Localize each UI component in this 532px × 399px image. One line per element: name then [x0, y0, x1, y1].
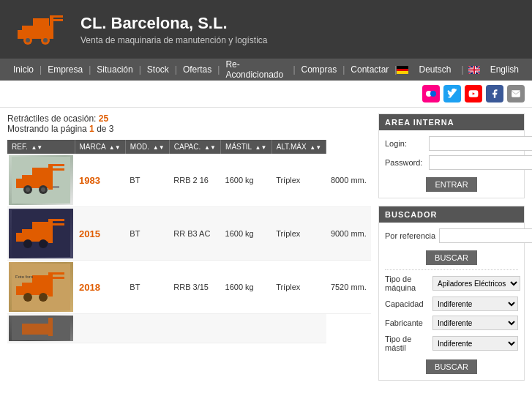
fabricante-row: Fabricante Indiferente	[385, 316, 518, 330]
nav-ofertas[interactable]: Ofertas	[177, 64, 217, 75]
product-mod-1: RRB 2 16	[169, 154, 220, 207]
svg-rect-14	[468, 69, 480, 70]
product-ref-2: 2015	[79, 228, 100, 239]
nav-inicio[interactable]: Inicio	[7, 64, 40, 75]
buscador-divider	[385, 269, 518, 270]
product-ref-cell[interactable]: 1983	[75, 154, 125, 207]
buscar-btn-row-2: BUSCAR	[385, 357, 518, 374]
svg-rect-43	[22, 283, 50, 295]
buscar-button-1[interactable]: BUSCAR	[426, 250, 477, 265]
facebook-icon[interactable]	[486, 85, 503, 102]
buscador-header: BUSCADOR	[379, 206, 524, 223]
youtube-icon[interactable]	[465, 85, 482, 102]
sort-ref[interactable]: ▲▼	[31, 144, 42, 151]
header: CL. Barcelona, S.L. Venta de maquinaria …	[0, 0, 532, 59]
product-image-2	[9, 209, 73, 258]
product-empty-row	[75, 314, 326, 343]
product-image-cell[interactable]	[7, 154, 75, 207]
buscar-button-2[interactable]: BUSCAR	[426, 359, 477, 374]
th-ref: REF. ▲▼	[7, 140, 75, 154]
product-table: REF. ▲▼ MARCA ▲▼ MOD. ▲▼ CAPAC. ▲▼	[7, 140, 371, 343]
password-input[interactable]	[429, 155, 532, 170]
sort-capac[interactable]: ▲▼	[204, 144, 216, 151]
capacidad-select[interactable]: Indiferente	[432, 297, 518, 311]
nav-empresa[interactable]: Empresa	[42, 64, 89, 75]
product-marca-3: BT	[125, 261, 169, 314]
svg-rect-2	[50, 19, 63, 21]
header-text: CL. Barcelona, S.L. Venta de maquinaria …	[80, 14, 268, 45]
sort-mod[interactable]: ▲▼	[153, 144, 165, 151]
product-ref-3: 2018	[79, 282, 100, 293]
svg-rect-21	[48, 164, 64, 166]
page-title: Retráctiles de ocasión:	[7, 113, 96, 124]
product-ref-1: 1983	[79, 175, 100, 186]
buscador-section: BUSCADOR Por referencia BUSCAR Tipo de m…	[378, 206, 525, 381]
tipo-maquina-label: Tipo de máquina	[385, 275, 432, 292]
product-ref-cell-3[interactable]: 2018	[75, 261, 125, 314]
tipo-mastil-row: Tipo de mástil Indiferente	[385, 335, 518, 352]
product-image-1	[9, 155, 73, 205]
lang-english[interactable]: English	[484, 64, 525, 75]
svg-rect-41	[48, 272, 64, 275]
sort-altmax[interactable]: ▲▼	[310, 144, 321, 151]
fabricante-select[interactable]: Indiferente	[432, 316, 518, 330]
flag-de-icon	[397, 66, 408, 74]
svg-rect-1	[50, 15, 63, 18]
flickr-icon[interactable]	[422, 85, 440, 102]
product-image-cell-2[interactable]	[7, 207, 75, 261]
area-interna-section: AREA INTERNA Login: Password: ENTRAR	[378, 113, 525, 198]
svg-rect-44	[32, 275, 50, 284]
nav-compras[interactable]: Compras	[296, 64, 343, 75]
lang-deutsch[interactable]: Deutsch	[413, 64, 457, 75]
sort-mastil[interactable]: ▲▼	[255, 144, 267, 151]
logo	[11, 7, 70, 51]
main-content: Retráctiles de ocasión: 25 Mostrando la …	[0, 108, 532, 394]
forklift-image-2-icon	[12, 210, 70, 257]
svg-rect-33	[48, 223, 64, 225]
svg-point-28	[26, 187, 30, 192]
area-interna-body: Login: Password: ENTRAR	[379, 130, 524, 198]
nav-reacondicionado[interactable]: Re-Acondicionado	[220, 59, 293, 80]
svg-rect-25	[16, 179, 23, 188]
login-input[interactable]	[429, 136, 532, 151]
twitter-icon[interactable]	[443, 85, 461, 102]
th-altmax: ALT.MÁX ▲▼	[271, 140, 326, 154]
product-altmax-2: 9000 mm.	[326, 207, 371, 261]
buscador-ref-row: Por referencia	[385, 228, 518, 243]
table-row: 1983 BT RRB 2 16 1600 kg Tríplex 8000 mm…	[7, 154, 371, 207]
th-marca: MARCA ▲▼	[75, 140, 125, 154]
svg-point-16	[430, 91, 436, 97]
svg-rect-9	[18, 30, 23, 39]
svg-point-38	[39, 239, 48, 248]
svg-rect-24	[32, 168, 50, 176]
tipo-maquina-select[interactable]: Apiladores Eléctricos	[432, 276, 520, 291]
tipo-maquina-row: Tipo de máquina Apiladores Eléctricos	[385, 275, 518, 292]
product-image-cell-4[interactable]	[7, 314, 75, 343]
svg-point-37	[23, 239, 32, 248]
svg-rect-51	[22, 324, 50, 335]
content-left: Retráctiles de ocasión: 25 Mostrando la …	[7, 113, 371, 388]
product-mastil-1: Tríplex	[271, 154, 326, 207]
entrar-btn-row: ENTRAR	[385, 174, 518, 192]
nav-stock[interactable]: Stock	[141, 64, 175, 75]
product-capac-2: 1600 kg	[221, 207, 272, 261]
svg-rect-4	[33, 18, 49, 27]
svg-rect-32	[48, 219, 64, 221]
sort-marca[interactable]: ▲▼	[109, 144, 121, 151]
tipo-mastil-label: Tipo de mástil	[385, 335, 432, 352]
ref-input[interactable]	[439, 228, 532, 243]
email-icon[interactable]	[507, 85, 525, 102]
product-image-cell-3[interactable]: Foto foro	[7, 261, 75, 314]
svg-point-46	[23, 293, 32, 302]
login-row: Login:	[385, 136, 518, 151]
entrar-button[interactable]: ENTRAR	[426, 177, 476, 192]
page-info: Retráctiles de ocasión: 25 Mostrando la …	[7, 113, 371, 134]
company-name: CL. Barcelona, S.L.	[80, 14, 268, 33]
nav-contactar[interactable]: Contactar	[345, 64, 394, 75]
forklift-image-1-icon	[12, 157, 70, 204]
product-ref-cell-2[interactable]: 2015	[75, 207, 125, 261]
tipo-mastil-select[interactable]: Indiferente	[432, 336, 518, 351]
nav-situacion[interactable]: Situación	[91, 64, 138, 75]
buscador-body: Por referencia BUSCAR Tipo de máquina Ap…	[379, 223, 524, 380]
total-pages: 3	[109, 124, 114, 134]
